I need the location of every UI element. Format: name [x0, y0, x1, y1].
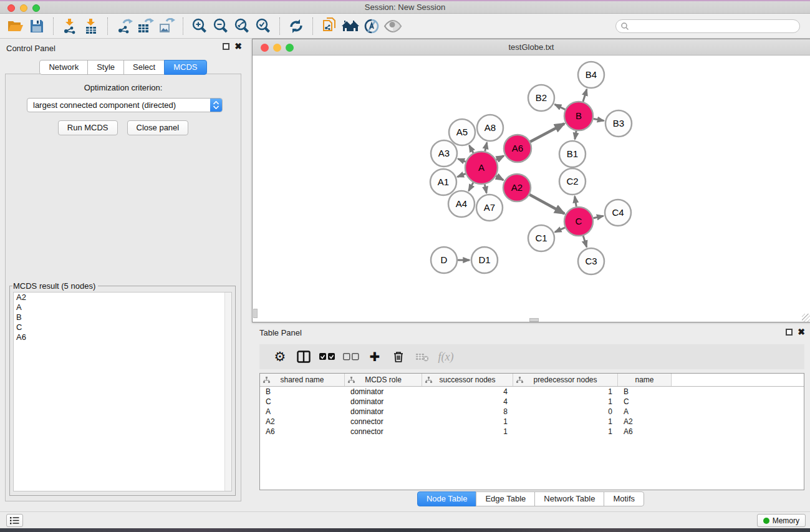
- cell-mcds-role[interactable]: dominator: [345, 407, 422, 416]
- cell-name[interactable]: B: [618, 387, 672, 396]
- cell-mcds-role[interactable]: connector: [345, 427, 422, 436]
- cell-mcds-role[interactable]: dominator: [345, 397, 422, 406]
- network-canvas[interactable]: B4B2BB3A5A8A6A3AB1A1A2C2A4A7C4CC1DD1C3: [253, 56, 809, 322]
- cell-successor-nodes[interactable]: 1: [422, 427, 513, 436]
- zoom-fit-icon[interactable]: [231, 16, 253, 36]
- node-A3[interactable]: A3: [431, 140, 457, 167]
- table-row[interactable]: Adominator80A: [260, 407, 804, 417]
- node-C2[interactable]: C2: [559, 168, 586, 195]
- result-item-c[interactable]: C: [14, 322, 231, 332]
- edge-A-A7[interactable]: [485, 184, 486, 193]
- refresh-layout-icon[interactable]: [286, 16, 307, 36]
- tab-node-table[interactable]: Node Table: [417, 491, 477, 506]
- edge-A-A6[interactable]: [496, 156, 504, 160]
- table-settings-icon[interactable]: ⚙: [268, 346, 292, 367]
- table-row[interactable]: A2connector11A2: [260, 417, 804, 427]
- tab-network-table[interactable]: Network Table: [534, 491, 604, 506]
- import-network-icon[interactable]: [59, 16, 80, 36]
- search-input[interactable]: [615, 19, 800, 33]
- export-network-icon[interactable]: [113, 16, 135, 36]
- edge-A-A1[interactable]: [457, 174, 465, 177]
- edge-B-B2[interactable]: [555, 104, 566, 109]
- edge-A-A3[interactable]: [458, 159, 465, 162]
- node-B3[interactable]: B3: [605, 110, 632, 137]
- edge-B-B3[interactable]: [594, 118, 604, 120]
- node-A8[interactable]: A8: [477, 115, 503, 141]
- column-header-mcds-role[interactable]: MCDS role: [345, 374, 422, 386]
- edge-A-A5[interactable]: [469, 145, 473, 153]
- cell-successor-nodes[interactable]: 8: [422, 407, 513, 416]
- result-item-b[interactable]: B: [14, 312, 231, 322]
- table-row[interactable]: A6connector11A6: [260, 427, 804, 437]
- node-B[interactable]: B: [564, 102, 593, 130]
- export-table-icon[interactable]: [135, 16, 156, 36]
- table-row[interactable]: Bdominator41B: [260, 387, 804, 397]
- import-table-icon[interactable]: [80, 16, 102, 36]
- edge-C-C4[interactable]: [593, 216, 603, 218]
- zoom-out-icon[interactable]: [210, 16, 231, 36]
- node-B2[interactable]: B2: [528, 85, 554, 111]
- tab-select[interactable]: Select: [123, 60, 165, 75]
- cell-predecessor-nodes[interactable]: 0: [513, 407, 618, 416]
- node-C4[interactable]: C4: [605, 200, 631, 226]
- node-A[interactable]: A: [465, 152, 498, 184]
- node-C[interactable]: C: [564, 207, 593, 236]
- save-session-icon[interactable]: [26, 16, 47, 36]
- export-image-icon[interactable]: [156, 16, 177, 36]
- result-item-a6[interactable]: A6: [14, 332, 231, 342]
- cell-name[interactable]: C: [618, 397, 672, 406]
- node-table[interactable]: shared nameMCDS rolesuccessor nodesprede…: [259, 373, 804, 490]
- memory-button[interactable]: Memory: [757, 514, 806, 527]
- cell-name[interactable]: A2: [618, 417, 672, 426]
- tab-mcds[interactable]: MCDS: [164, 60, 206, 75]
- result-item-a2[interactable]: A2: [14, 293, 231, 302]
- node-A1[interactable]: A1: [430, 169, 456, 195]
- close-panel-button[interactable]: Close panel: [127, 120, 189, 135]
- network-graph[interactable]: B4B2BB3A5A8A6A3AB1A1A2C2A4A7C4CC1DD1C3: [253, 56, 809, 322]
- window-resize-grip[interactable]: [802, 314, 810, 322]
- home-icon[interactable]: [340, 16, 361, 36]
- node-A6[interactable]: A6: [504, 135, 531, 162]
- network-window-titlebar[interactable]: testGlobe.txt: [253, 39, 810, 56]
- cell-shared-name[interactable]: A2: [260, 417, 345, 426]
- edge-A6-B[interactable]: [530, 123, 564, 142]
- tab-network[interactable]: Network: [39, 60, 88, 75]
- cell-shared-name[interactable]: A6: [260, 427, 345, 436]
- node-B1[interactable]: B1: [559, 141, 586, 167]
- optimization-criterion-select[interactable]: largest connected component (directed): [27, 98, 223, 112]
- zoom-selected-icon[interactable]: [253, 16, 274, 36]
- column-header-shared-name[interactable]: shared name: [260, 374, 345, 386]
- add-column-icon[interactable]: ✚: [363, 346, 387, 367]
- node-A5[interactable]: A5: [449, 119, 475, 145]
- node-D[interactable]: D: [431, 247, 457, 273]
- close-table-panel-icon[interactable]: ✖: [798, 329, 805, 336]
- edge-B-B1[interactable]: [575, 131, 576, 140]
- delete-column-icon[interactable]: [387, 346, 410, 367]
- cell-name[interactable]: A6: [618, 427, 672, 436]
- deselect-all-icon[interactable]: [339, 346, 363, 367]
- table-row[interactable]: Cdominator41C: [260, 397, 804, 407]
- cell-predecessor-nodes[interactable]: 1: [513, 387, 618, 396]
- network-vertical-scroll-thumb[interactable]: [253, 309, 258, 318]
- cell-predecessor-nodes[interactable]: 1: [513, 427, 618, 436]
- cell-predecessor-nodes[interactable]: 1: [513, 417, 618, 426]
- float-panel-icon[interactable]: [223, 43, 229, 50]
- edge-B-B4[interactable]: [583, 89, 587, 102]
- float-table-panel-icon[interactable]: [786, 329, 793, 336]
- cell-shared-name[interactable]: A: [260, 407, 345, 416]
- node-C3[interactable]: C3: [578, 248, 604, 274]
- result-item-a[interactable]: A: [14, 302, 231, 312]
- node-A7[interactable]: A7: [476, 195, 503, 221]
- hide-labels-icon[interactable]: [361, 16, 382, 36]
- column-header-predecessor-nodes[interactable]: predecessor nodes: [513, 374, 618, 386]
- edge-A2-C[interactable]: [529, 195, 564, 214]
- close-panel-icon[interactable]: ✖: [234, 43, 242, 50]
- edge-A-A8[interactable]: [485, 142, 487, 151]
- open-session-icon[interactable]: [5, 16, 26, 36]
- edge-C-C2[interactable]: [575, 196, 577, 207]
- cell-predecessor-nodes[interactable]: 1: [513, 397, 618, 406]
- edge-C-C1[interactable]: [555, 228, 565, 232]
- edge-A-A2[interactable]: [496, 176, 504, 180]
- tab-edge-table[interactable]: Edge Table: [476, 491, 535, 506]
- network-horizontal-scroll-thumb[interactable]: [529, 318, 539, 322]
